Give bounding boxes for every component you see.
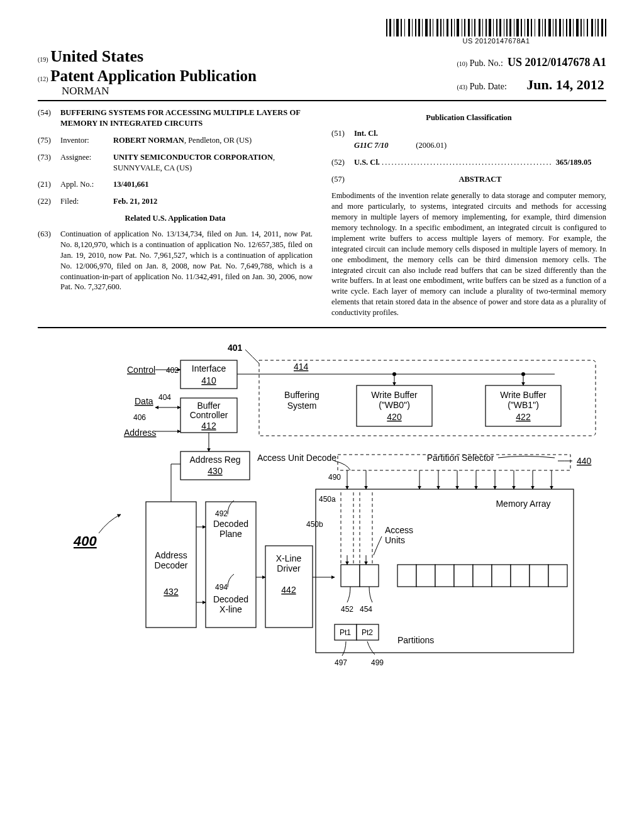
pub-date: Jun. 14, 2012 [526,77,604,92]
fig-label-wb0-b: ("WB0") [379,400,410,410]
fig-ref-432: 432 [164,587,179,597]
fig-label-access-unit-decode: Access Unit Decode [257,453,336,463]
fig-ref-430: 430 [208,466,223,476]
svg-rect-33 [473,565,492,587]
svg-rect-28 [360,565,379,587]
applno-code: (21) [38,179,60,190]
fig-label-decoded-b: Plane [219,529,242,539]
inventor-name: ROBERT NORMAN [113,136,184,145]
barcode-number: US 20120147678A1 [386,37,606,45]
filed-label: Filed: [60,196,113,207]
fig-ref-492: 492 [215,509,228,518]
fig-ref-440: 440 [577,456,592,466]
pub-type: Patent Application Publication [50,67,257,84]
fig-label-pt1: Pt1 [340,628,351,637]
fig-label-xline-a: X-Line [276,553,302,563]
fig-label-wb1-b: ("WB1") [508,400,539,410]
fig-label-wb1-a: Write Buffer [500,390,547,400]
inventor-code: (75) [38,135,60,146]
fig-ref-490: 490 [328,473,341,482]
fig-ref-494: 494 [215,583,228,592]
uscl-label: U.S. Cl. [354,158,380,167]
fig-ref-414: 414 [294,362,309,372]
fig-ref-404: 404 [158,393,171,402]
abstract-code: (57) [331,174,354,185]
svg-rect-36 [530,565,548,587]
abstract-text: Embodiments of the invention relate gene… [331,191,606,318]
inventor-label: Inventor: [60,135,113,146]
svg-rect-31 [435,565,454,587]
fig-label-pt2: Pt2 [362,628,373,637]
pubno-label: Pub. No.: [470,58,503,68]
fig-label-decoded-x-b: X-line [219,604,242,614]
uscl-value: 365/189.05 [556,158,592,167]
svg-rect-29 [397,565,416,587]
related-data-text: Continuation of application No. 13/134,7… [60,229,313,292]
country-code: (19) [38,56,48,63]
svg-rect-30 [416,565,435,587]
svg-rect-35 [511,565,530,587]
fig-label-control: Control [127,365,155,375]
fig-cell-row [341,565,567,587]
pub-class-heading: Publication Classification [331,113,606,123]
uscl-code: (52) [331,157,354,168]
fig-label-buffer-controller-2: Controller [190,410,228,420]
fig-label-wb0-a: Write Buffer [371,390,418,400]
fig-label-addr-decoder-a: Address [155,550,187,560]
fig-ref-454: 454 [360,605,372,614]
fig-label-buffer-controller-1: Buffer [197,401,220,411]
fig-ref-406: 406 [133,413,146,422]
related-heading: Related U.S. Application Data [38,213,313,224]
fig-label-partition-selector: Partition Selector [427,453,494,463]
fig-ref-452: 452 [341,605,353,614]
fig-label-memory-array: Memory Array [496,499,550,509]
patent-figure: 400 401 414 Control 402 Data 404 Address… [45,338,599,680]
filed-date: Feb. 21, 2012 [113,197,157,206]
author-line: NORMAN [62,85,257,97]
applno-label: Appl. No.: [60,179,113,190]
fig-ref-402: 402 [166,366,179,375]
pubdate-code: (43) [457,84,468,91]
related-code: (63) [38,229,60,240]
fig-ref-422: 422 [516,412,531,422]
pubdate-label: Pub. Date: [470,82,507,91]
appl-number: 13/401,661 [113,180,149,189]
fig-label-address-reg: Address Reg [190,455,241,465]
fig-label-interface: Interface [192,363,226,374]
fig-label-data: Data [135,396,153,406]
invention-title: BUFFERING SYSTEMS FOR ACCESSING MULTIPLE… [60,108,313,129]
dot-leader: ........................................… [382,158,556,167]
fig-ref-412: 412 [201,421,216,431]
document-header: (19) United States (12) Patent Applicati… [38,47,606,101]
intcl-value: G11C 7/10 [354,141,389,150]
assignee-code: (73) [38,152,60,163]
svg-rect-27 [341,565,360,587]
intcl-code: (51) [331,128,354,139]
pubtype-code: (12) [38,75,48,82]
fig-label-buffering-b: System [287,401,317,411]
fig-label-buffering-a: Buffering [284,390,319,400]
fig-ref-442: 442 [281,585,296,595]
assignee-label: Assignee: [60,152,113,163]
fig-ref-499: 499 [371,658,384,667]
assignee-name: UNITY SEMICONDUCTOR CORPORATION [113,153,273,162]
fig-label-decoded-x-a: Decoded [213,594,248,604]
fig-label-partitions: Partitions [397,635,434,645]
title-code: (54) [38,108,60,118]
filed-code: (22) [38,196,60,207]
fig-ref-401: 401 [228,343,243,353]
fig-label-addr-decoder-b: Decoder [155,560,188,570]
svg-rect-32 [454,565,473,587]
fig-ref-420: 420 [387,412,402,422]
fig-label-address: Address [124,428,156,438]
fig-ref-497: 497 [335,658,347,667]
pub-number: US 2012/0147678 A1 [508,56,606,69]
intcl-label: Int. Cl. [354,129,378,138]
inventor-loc: , Pendleton, OR (US) [184,136,252,145]
fig-label-access-units-a: Access [385,525,413,535]
barcode-area: US 20120147678A1 [38,19,606,46]
country: United States [50,47,143,65]
fig-label-access-units-b: Units [385,535,405,545]
pubno-code: (10) [457,60,468,67]
fig-ref-410: 410 [201,375,216,385]
